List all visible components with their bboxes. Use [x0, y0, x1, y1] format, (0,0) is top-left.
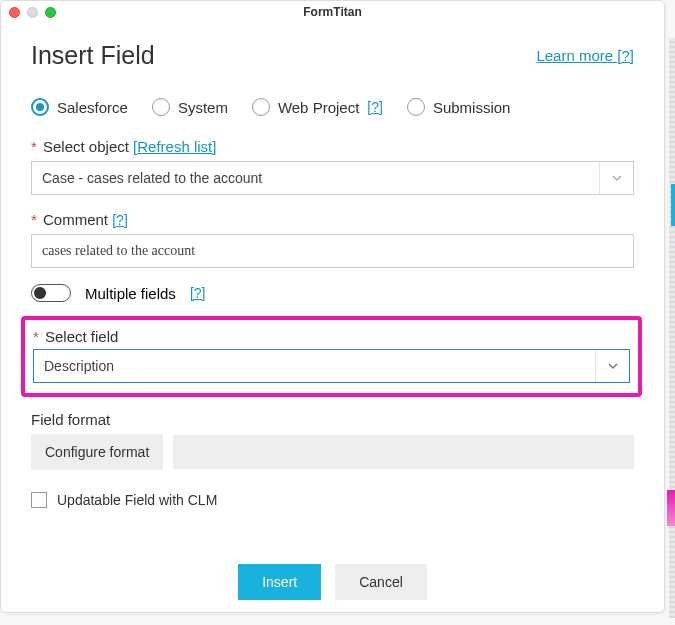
field-label: Comment — [43, 211, 108, 228]
minimize-dot[interactable] — [27, 7, 38, 18]
toggle-label: Multiple fields — [85, 285, 176, 302]
help-icon[interactable]: [?] — [112, 212, 128, 228]
chevron-down-icon — [595, 350, 629, 382]
label-row: * Select object [Refresh list] — [31, 138, 634, 155]
configure-format-button[interactable]: Configure format — [31, 434, 163, 470]
radio-label: Salesforce — [57, 99, 128, 116]
help-icon[interactable]: [?] — [367, 99, 383, 115]
window-title: FormTitan — [1, 5, 664, 19]
select-value: Description — [44, 358, 114, 374]
source-radio-group: Salesforce System Web Project [?] Submis… — [31, 98, 634, 116]
radio-label: Web Project — [278, 99, 359, 116]
header-row: Insert Field Learn more [?] — [31, 41, 634, 70]
multiple-fields-row: Multiple fields [?] — [31, 284, 634, 302]
background-accent — [671, 184, 675, 226]
field-format-row: Configure format — [31, 434, 634, 470]
dialog-window: FormTitan Insert Field Learn more [?] Sa… — [0, 0, 665, 613]
radio-label: Submission — [433, 99, 511, 116]
required-mark: * — [31, 211, 37, 228]
format-display — [173, 435, 634, 469]
refresh-list-link[interactable]: [Refresh list] — [133, 138, 216, 155]
field-label: Field format — [31, 411, 634, 428]
traffic-lights — [9, 7, 56, 18]
field-label: Select object — [43, 138, 129, 155]
field-format-group: Field format Configure format — [31, 411, 634, 470]
multiple-fields-toggle[interactable] — [31, 284, 71, 302]
updatable-row: Updatable Field with CLM — [31, 492, 634, 508]
checkbox-label: Updatable Field with CLM — [57, 492, 217, 508]
learn-more-link[interactable]: Learn more [?] — [536, 47, 634, 64]
select-value: Case - cases related to the account — [42, 170, 262, 186]
radio-icon — [407, 98, 425, 116]
select-field-dropdown[interactable]: Description — [33, 349, 630, 383]
cancel-button[interactable]: Cancel — [335, 564, 427, 600]
radio-submission[interactable]: Submission — [407, 98, 511, 116]
insert-button[interactable]: Insert — [238, 564, 321, 600]
required-mark: * — [33, 328, 39, 345]
content: Insert Field Learn more [?] Salesforce S… — [1, 23, 664, 610]
label-row: * Select field — [33, 328, 630, 345]
radio-icon — [252, 98, 270, 116]
close-dot[interactable] — [9, 7, 20, 18]
comment-input[interactable] — [31, 234, 634, 268]
page-title: Insert Field — [31, 41, 155, 70]
comment-group: * Comment [?] — [31, 211, 634, 268]
radio-salesforce[interactable]: Salesforce — [31, 98, 128, 116]
titlebar: FormTitan — [1, 1, 664, 23]
updatable-checkbox[interactable] — [31, 492, 47, 508]
help-icon[interactable]: [?] — [190, 285, 206, 301]
select-field-highlight: * Select field Description — [21, 316, 642, 397]
zoom-dot[interactable] — [45, 7, 56, 18]
radio-icon — [31, 98, 49, 116]
required-mark: * — [31, 138, 37, 155]
radio-system[interactable]: System — [152, 98, 228, 116]
chevron-down-icon — [599, 162, 633, 194]
background-edge — [667, 490, 675, 526]
background-edge — [669, 38, 675, 618]
select-object-group: * Select object [Refresh list] Case - ca… — [31, 138, 634, 195]
label-row: * Comment [?] — [31, 211, 634, 228]
footer: Insert Cancel — [31, 564, 634, 600]
select-object-dropdown[interactable]: Case - cases related to the account — [31, 161, 634, 195]
radio-icon — [152, 98, 170, 116]
radio-web-project[interactable]: Web Project [?] — [252, 98, 383, 116]
radio-label: System — [178, 99, 228, 116]
field-label: Select field — [45, 328, 118, 345]
